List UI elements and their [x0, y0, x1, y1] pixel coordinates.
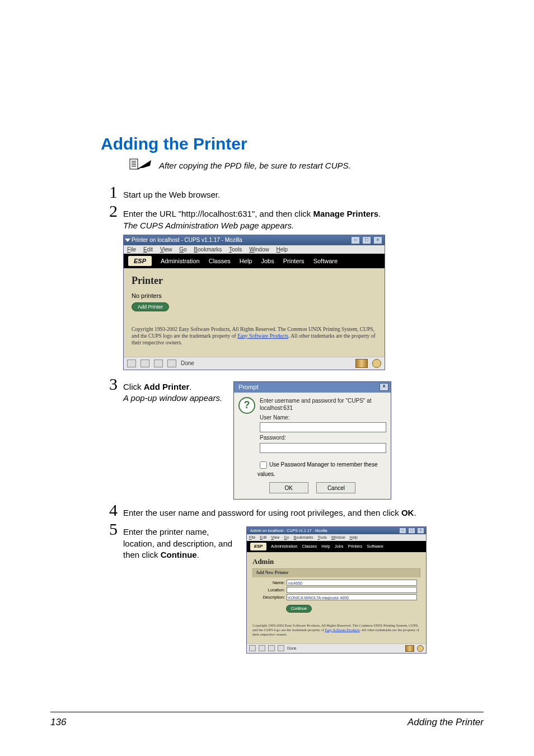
menu-view[interactable]: View — [160, 246, 172, 253]
nav-administration[interactable]: Administration — [161, 258, 200, 264]
note-icon — [129, 158, 152, 172]
form-row-location: Location: — [256, 587, 417, 593]
nav-jobs[interactable]: Jobs — [335, 544, 344, 549]
footer-title: Adding the Printer — [407, 717, 484, 728]
menu-window[interactable]: Window — [249, 246, 269, 253]
maximize-button[interactable]: □ — [362, 236, 371, 244]
prompt-titlebar: Prompt × — [234, 382, 391, 393]
copyright-text: Copyright 1993-2002 Easy Software Produc… — [132, 326, 377, 347]
step-text-italic: A pop-up window appears. — [123, 393, 222, 403]
status-bar: Done — [124, 357, 385, 370]
step-text: Enter the printer name, location, and de… — [123, 526, 241, 561]
admin-browser-window: Admin on localhost - CUPS v1.1.17 - Mozi… — [246, 526, 427, 654]
name-label: Name: — [256, 580, 285, 586]
menu-edit[interactable]: Edit — [260, 535, 266, 539]
nav-printers[interactable]: Printers — [283, 258, 305, 264]
menu-bar: File Edit View Go Bookmarks Tools Window… — [124, 245, 385, 254]
key-icon — [372, 359, 381, 368]
description-label: Description: — [256, 595, 285, 600]
status-icon — [268, 645, 275, 651]
nav-classes[interactable]: Classes — [302, 544, 317, 549]
menu-edit[interactable]: Edit — [143, 246, 153, 253]
copyright-text: Copyright 1993-2002 Easy Software Produc… — [252, 623, 420, 637]
menu-help[interactable]: Help — [277, 246, 288, 253]
cups-nav-bar: ESP Administration Classes Help Jobs Pri… — [124, 254, 385, 268]
menu-tools[interactable]: Tools — [229, 246, 242, 253]
copyright-link[interactable]: Easy Software Products — [237, 333, 288, 339]
nav-jobs[interactable]: Jobs — [261, 258, 274, 264]
add-printer-form-title: Add New Printer — [252, 568, 420, 577]
status-icon — [140, 360, 149, 367]
status-icon — [278, 645, 284, 651]
esp-logo: ESP — [128, 256, 152, 266]
nav-classes[interactable]: Classes — [209, 258, 231, 264]
location-label: Location: — [256, 587, 285, 593]
window-titlebar: Admin on localhost - CUPS v1.1.17 - Mozi… — [247, 527, 426, 534]
minimize-button[interactable]: – — [351, 236, 360, 244]
page-footer: 136 Adding the Printer — [50, 712, 484, 728]
remember-checkbox[interactable] — [260, 461, 267, 469]
minimize-button[interactable]: – — [399, 528, 406, 534]
lock-icon — [405, 645, 414, 652]
step-number: 4 — [101, 502, 118, 519]
step-text: Start up the Web browser. — [123, 184, 484, 200]
copyright-link[interactable]: Easy Software Products — [325, 628, 359, 632]
content-area: Adding the Printer After copying the PPD… — [101, 134, 484, 654]
menu-file[interactable]: File — [127, 246, 136, 253]
maximize-button[interactable]: □ — [408, 528, 415, 534]
menu-help[interactable]: Help — [350, 535, 358, 539]
ok-button[interactable]: OK — [269, 482, 308, 493]
step-text-bold: Continue — [161, 550, 197, 559]
nav-help[interactable]: Help — [240, 258, 252, 264]
menu-go[interactable]: Go — [179, 246, 186, 253]
section-heading: Adding the Printer — [101, 134, 484, 153]
close-button[interactable]: × — [380, 383, 388, 391]
no-printers-text: No printers — [132, 292, 377, 299]
add-printer-button[interactable]: Add Printer — [132, 302, 169, 311]
step-body: Enter the printer name, location, and de… — [123, 521, 484, 654]
menu-bookmarks[interactable]: Bookmarks — [294, 535, 313, 539]
status-icon — [154, 360, 163, 367]
step-text-part: Enter the URL "http://localhost:631", an… — [123, 209, 313, 218]
question-icon: ? — [238, 397, 255, 414]
status-icon — [167, 360, 176, 367]
nav-printers[interactable]: Printers — [348, 544, 363, 549]
window-title: Admin on localhost - CUPS v1.1.17 - Mozi… — [250, 528, 397, 533]
step-text-part: . — [197, 550, 199, 559]
prompt-window: Prompt × ? Enter username and password f… — [233, 381, 391, 500]
name-field[interactable]: mc4650 — [287, 580, 417, 586]
nav-help[interactable]: Help — [321, 544, 330, 549]
description-field[interactable]: KONICA MINOLTA magicolor 4650 — [287, 594, 417, 600]
form-row-description: Description: KONICA MINOLTA magicolor 46… — [256, 594, 417, 600]
menu-file[interactable]: File — [249, 535, 255, 539]
lock-icon — [355, 359, 368, 368]
password-field[interactable] — [260, 443, 386, 453]
menu-go[interactable]: Go — [284, 535, 289, 539]
menu-bar: File Edit View Go Bookmarks Tools Window… — [247, 534, 426, 540]
nav-administration[interactable]: Administration — [271, 544, 298, 549]
continue-button[interactable]: Continue — [286, 605, 312, 612]
nav-software[interactable]: Software — [313, 258, 338, 264]
step-4: 4 Enter the user name and password for u… — [101, 502, 484, 519]
close-button[interactable]: × — [373, 236, 382, 244]
step-text-part: . — [378, 209, 381, 218]
status-bar: Done — [247, 643, 426, 653]
esp-logo: ESP — [250, 543, 266, 550]
location-field[interactable] — [287, 587, 417, 593]
menu-window[interactable]: Window — [331, 535, 345, 539]
status-text: Done — [181, 360, 194, 366]
step-3: 3 Click Add Printer. A pop-up window app… — [101, 376, 484, 500]
menu-view[interactable]: View — [271, 535, 279, 539]
menu-bookmarks[interactable]: Bookmarks — [194, 246, 222, 253]
step-text: Enter the user name and password for usi… — [123, 502, 484, 519]
cancel-button[interactable]: Cancel — [316, 482, 355, 493]
username-field[interactable] — [260, 422, 386, 432]
nav-software[interactable]: Software — [367, 544, 383, 549]
menu-tools[interactable]: Tools — [317, 535, 326, 539]
close-button[interactable]: × — [417, 528, 424, 534]
status-icon — [259, 645, 265, 651]
note-row: After copying the PPD file, be sure to r… — [129, 158, 484, 172]
prompt-buttons: OK Cancel — [234, 479, 391, 499]
step-number: 5 — [101, 521, 118, 538]
admin-heading: Admin — [252, 557, 420, 567]
